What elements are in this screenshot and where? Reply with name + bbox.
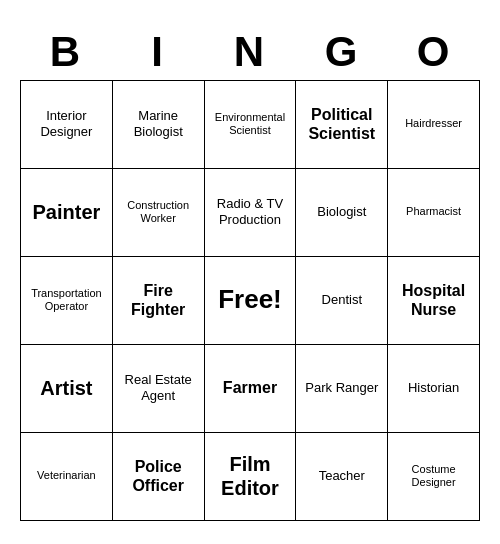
cell-r4-c2: Film Editor xyxy=(205,433,297,521)
cell-r0-c2: Environmental Scientist xyxy=(205,81,297,169)
cell-r2-c0: Transportation Operator xyxy=(21,257,113,345)
cell-r4-c0: Veterinarian xyxy=(21,433,113,521)
header-letter-g: G xyxy=(296,24,388,80)
bingo-header: BINGO xyxy=(20,24,480,80)
header-letter-i: I xyxy=(112,24,204,80)
cell-r2-c3: Dentist xyxy=(296,257,388,345)
cell-r4-c1: Police Officer xyxy=(113,433,205,521)
cell-r1-c4: Pharmacist xyxy=(388,169,480,257)
cell-r0-c4: Hairdresser xyxy=(388,81,480,169)
cell-r2-c4: Hospital Nurse xyxy=(388,257,480,345)
cell-r3-c1: Real Estate Agent xyxy=(113,345,205,433)
cell-r1-c0: Painter xyxy=(21,169,113,257)
cell-r0-c0: Interior Designer xyxy=(21,81,113,169)
cell-r3-c3: Park Ranger xyxy=(296,345,388,433)
header-letter-b: B xyxy=(20,24,112,80)
cell-r3-c2: Farmer xyxy=(205,345,297,433)
cell-r0-c1: Marine Biologist xyxy=(113,81,205,169)
cell-r1-c3: Biologist xyxy=(296,169,388,257)
cell-r2-c2: Free! xyxy=(205,257,297,345)
cell-r2-c1: Fire Fighter xyxy=(113,257,205,345)
cell-r1-c2: Radio & TV Production xyxy=(205,169,297,257)
cell-r3-c0: Artist xyxy=(21,345,113,433)
cell-r4-c4: Costume Designer xyxy=(388,433,480,521)
cell-r1-c1: Construction Worker xyxy=(113,169,205,257)
cell-r0-c3: Political Scientist xyxy=(296,81,388,169)
cell-r3-c4: Historian xyxy=(388,345,480,433)
header-letter-n: N xyxy=(204,24,296,80)
cell-r4-c3: Teacher xyxy=(296,433,388,521)
header-letter-o: O xyxy=(388,24,480,80)
bingo-card: BINGO Interior DesignerMarine BiologistE… xyxy=(20,24,480,521)
bingo-grid: Interior DesignerMarine BiologistEnviron… xyxy=(20,80,480,521)
